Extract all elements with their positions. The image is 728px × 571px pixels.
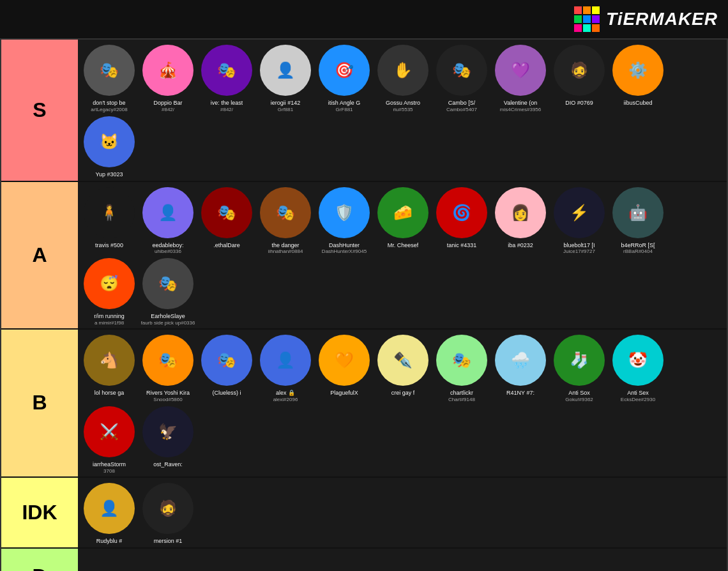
item-sub: iihnathan#0884 (268, 248, 303, 254)
list-item[interactable]: 🎯itish Angle GGrF881 (315, 42, 373, 112)
avatar: 🐱 (84, 116, 135, 167)
list-item[interactable]: 🤖b4eRRoR [S[rBBaR#0404 (609, 185, 667, 255)
tier-label-a: A (1, 182, 78, 329)
list-item[interactable]: 🐴lol horse ga (80, 332, 138, 402)
list-item[interactable]: 🐱Yup #3023 (80, 114, 138, 178)
avatar: 🤡 (612, 335, 664, 386)
avatar: ⚔️ (84, 406, 135, 457)
item-name: don't stop be (93, 100, 125, 107)
logo-grid-cell (574, 24, 582, 32)
list-item[interactable]: 🤡Anti SexEcksDee#2930 (609, 332, 667, 402)
item-name: .ethalDare (213, 242, 240, 249)
list-item[interactable]: ✒️crei gay f (374, 332, 432, 402)
list-item[interactable]: 🎭(Clueless) i (198, 332, 255, 402)
logo-grid-cell (574, 6, 582, 14)
avatar: 🎭 (260, 187, 311, 238)
list-item[interactable]: 💜Valentine (onmis4Crimes#3956 (492, 42, 549, 112)
tier-row-d: D (1, 549, 727, 571)
item-name: r/im running (94, 313, 125, 320)
item-name: iibusCubed (623, 100, 652, 107)
item-name: ost_Raven: (153, 461, 183, 468)
item-name: crei gay f (391, 390, 415, 397)
item-name: bluebolt17 [I (563, 242, 595, 249)
list-item[interactable]: 🧔mersion #1 (139, 480, 197, 545)
item-name: Mr. Cheesef (388, 242, 419, 249)
item-name: the danger (271, 242, 299, 249)
item-sub: GrF881 (335, 107, 353, 112)
avatar: 👩 (495, 187, 546, 238)
item-sub: Grf881 (278, 107, 293, 112)
item-name: Gossu Anstro (386, 100, 420, 107)
item-sub: #842/ (220, 107, 233, 112)
item-name: chartlickr (450, 390, 473, 397)
item-name: travis #500 (95, 242, 123, 249)
avatar: 👤 (84, 483, 135, 534)
list-item[interactable]: 👩iba #0232 (492, 185, 549, 255)
list-item[interactable]: 🎪Doppio Bar#842/ (139, 42, 197, 112)
list-item[interactable]: 👤Rudyblu # (80, 480, 138, 545)
item-sub: artLegacy#2008 (91, 107, 127, 112)
list-item[interactable]: 👤alex 🔒alexi#2096 (257, 332, 314, 402)
item-name: lol horse ga (95, 390, 125, 397)
logo-grid-cell (583, 24, 591, 32)
list-item[interactable]: 🎭EarholeSlayefaurb side pick up#0336 (139, 255, 197, 326)
item-sub: uhibe#0336 (155, 248, 181, 254)
list-item[interactable]: ⚡bluebolt17 [IJuice17#9727 (550, 185, 608, 255)
list-item[interactable]: 🎭don't stop beartLegacy#2008 (80, 42, 138, 112)
item-sub: Chart#9148 (448, 397, 475, 402)
item-sub: Snood#5860 (153, 397, 182, 402)
tier-content-b: 🐴lol horse ga🎭Rivers Yoshi KiraSnood#586… (78, 330, 727, 476)
item-sub: a mimir#1f98 (95, 320, 124, 326)
avatar: 🌀 (436, 187, 487, 238)
tier-label-b: B (1, 330, 78, 476)
avatar: 🎭 (436, 335, 487, 386)
avatar: 🎪 (142, 45, 193, 96)
item-sub: 3708 (103, 468, 115, 474)
list-item[interactable]: 🌀tanic #4331 (433, 185, 490, 255)
list-item[interactable]: 🎭the dangeriihnathan#0884 (257, 185, 314, 255)
item-name: EarholeSlaye (151, 313, 185, 320)
item-name: Anti Sex (627, 390, 649, 397)
list-item[interactable]: 🦅ost_Raven: (139, 404, 197, 474)
list-item[interactable]: 🎭ive: the least#842/ (198, 42, 255, 112)
item-name: Rudyblu # (96, 538, 123, 545)
logo-grid (574, 6, 600, 32)
list-item[interactable]: 🎭chartlickrChart#9148 (433, 332, 490, 402)
list-item[interactable]: 🧔DIO #0769 (550, 42, 608, 112)
list-item[interactable]: ⚙️iibusCubed (609, 42, 667, 112)
avatar: 🌧️ (495, 335, 546, 386)
avatar: 🧔 (554, 45, 605, 96)
list-item[interactable]: 🛡️DashHunterDashHunterX#9045 (315, 185, 373, 255)
item-name: b4eRRoR [S[ (621, 242, 655, 249)
list-item[interactable]: 😴r/im runninga mimir#1f98 (80, 255, 138, 326)
list-item[interactable]: 🎭.ethalDare (198, 185, 255, 255)
avatar: 🎭 (436, 45, 487, 96)
item-name: DIO #0769 (565, 100, 593, 107)
avatar: 🎯 (319, 45, 370, 96)
list-item[interactable]: 🧡PlaguefulX (315, 332, 373, 402)
avatar: 🧍 (84, 187, 135, 238)
avatar: ✒️ (377, 335, 428, 386)
list-item[interactable]: 👤ierogii #142Grf881 (257, 42, 314, 112)
item-sub: riu#5535 (393, 107, 413, 112)
tier-content-d (78, 549, 727, 571)
list-item[interactable]: 🎭Cambo [S/Cambo#5407 (433, 42, 490, 112)
tiermaker-logo: TiERMAKER (574, 6, 718, 32)
tier-label-s: S (1, 40, 78, 181)
list-item[interactable]: 👤eedableboy:uhibe#0336 (139, 185, 197, 255)
tier-row-a: A🧍travis #500👤eedableboy:uhibe#0336🎭.eth… (1, 182, 727, 330)
avatar: 🧡 (319, 335, 370, 386)
list-item[interactable]: 🎭Rivers Yoshi KiraSnood#5860 (139, 332, 197, 402)
list-item[interactable]: 🧍travis #500 (80, 185, 138, 255)
list-item[interactable]: 🌧️R41NY #7: (492, 332, 549, 402)
item-name: R41NY #7: (506, 390, 535, 397)
list-item[interactable]: ✋Gossu Anstroriu#5535 (374, 42, 432, 112)
list-item[interactable]: 🧀Mr. Cheesef (374, 185, 432, 255)
list-item[interactable]: ⚔️iarrheaStorm3708 (80, 404, 138, 474)
tier-content-a: 🧍travis #500👤eedableboy:uhibe#0336🎭.etha… (78, 182, 727, 329)
avatar: 🦅 (142, 406, 193, 457)
avatar: 💜 (495, 45, 546, 96)
logo-grid-cell (583, 6, 591, 14)
avatar: 🎭 (142, 258, 193, 309)
list-item[interactable]: 🧦Anti SoxGoku!#9362 (550, 332, 608, 402)
